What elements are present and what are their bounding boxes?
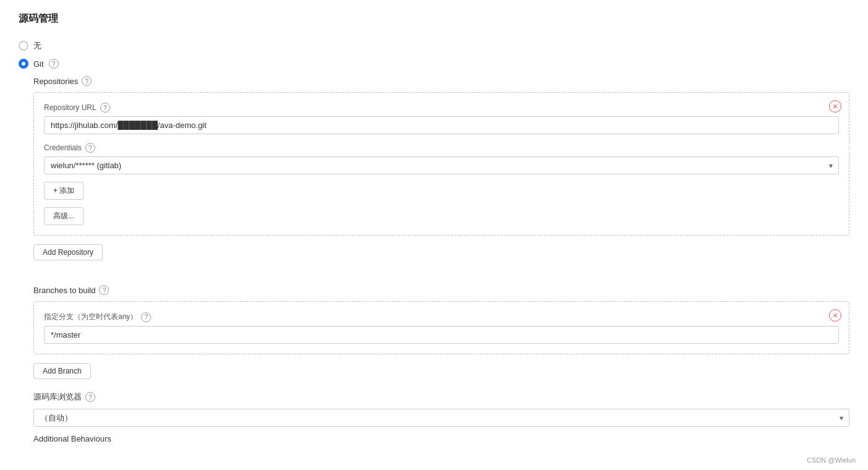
credentials-label: Credentials ? [44, 143, 839, 153]
branch-specifier-help-icon[interactable]: ? [141, 312, 151, 322]
branch-box: × 指定分支（为空时代表any） ? [33, 301, 849, 354]
page-title: 源码管理 [19, 12, 849, 25]
radio-none[interactable]: 无 [19, 40, 849, 51]
credentials-select[interactable]: wielun/****** (gitlab) [44, 156, 839, 174]
branches-section: Branches to build ? × 指定分支（为空时代表any） ? A… [33, 285, 849, 379]
repositories-help-icon[interactable]: ? [82, 76, 92, 86]
repo-url-help-icon[interactable]: ? [100, 103, 110, 113]
browser-select[interactable]: （自动） [33, 409, 849, 427]
git-help-icon[interactable]: ? [49, 59, 59, 69]
advanced-button[interactable]: 高级... [44, 207, 84, 225]
remove-branch-button[interactable]: × [829, 309, 841, 322]
browser-section-label: 源码库浏览器 ? [33, 391, 849, 403]
branches-help-icon[interactable]: ? [99, 285, 109, 295]
repositories-section-label: Repositories ? [33, 76, 849, 86]
browser-help-icon[interactable]: ? [85, 392, 95, 402]
repo-url-input[interactable] [44, 116, 839, 134]
browser-select-wrapper: （自动） ▾ [33, 409, 849, 427]
credentials-help-icon[interactable]: ? [85, 143, 95, 153]
branch-specifier-input[interactable] [44, 326, 839, 344]
radio-none-label: 无 [33, 40, 41, 51]
radio-none-circle [19, 41, 28, 51]
additional-behaviours-label: Additional Behaviours [33, 434, 849, 443]
credentials-select-wrapper: wielun/****** (gitlab) ▾ [44, 156, 839, 174]
add-credentials-button[interactable]: + 添加 [44, 182, 84, 200]
repository-box: × Repository URL ? Credentials ? wielun/… [33, 92, 849, 236]
branches-section-label: Branches to build ? [33, 285, 849, 295]
radio-git-circle [19, 59, 28, 69]
radio-git[interactable]: Git ? [19, 59, 849, 69]
watermark: CSDN @Wielun [807, 456, 856, 462]
remove-repo-button[interactable]: × [829, 100, 841, 113]
browser-section: 源码库浏览器 ? （自动） ▾ [33, 391, 849, 427]
add-branch-button[interactable]: Add Branch [33, 363, 91, 379]
repo-url-label: Repository URL ? [44, 103, 839, 113]
branch-specifier-label: 指定分支（为空时代表any） ? [44, 312, 839, 322]
radio-git-label: Git [33, 59, 44, 69]
add-repository-button[interactable]: Add Repository [33, 244, 103, 260]
